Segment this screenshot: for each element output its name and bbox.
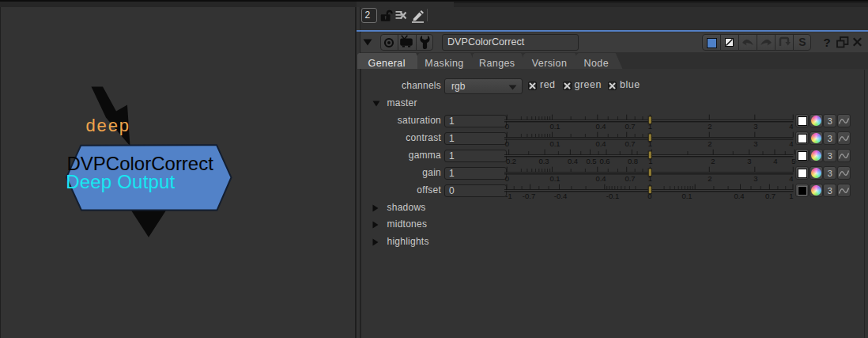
svg-text:-0.7: -0.7 bbox=[523, 192, 535, 200]
svg-text:1: 1 bbox=[789, 192, 793, 200]
svg-text:0.4: 0.4 bbox=[734, 192, 744, 200]
svg-text:0.7: 0.7 bbox=[765, 192, 776, 200]
svg-text:-0.1: -0.1 bbox=[606, 192, 619, 200]
svg-text:-0.4: -0.4 bbox=[554, 192, 567, 200]
svg-text:0.1: 0.1 bbox=[681, 192, 692, 200]
svg-text:-1: -1 bbox=[505, 192, 511, 200]
